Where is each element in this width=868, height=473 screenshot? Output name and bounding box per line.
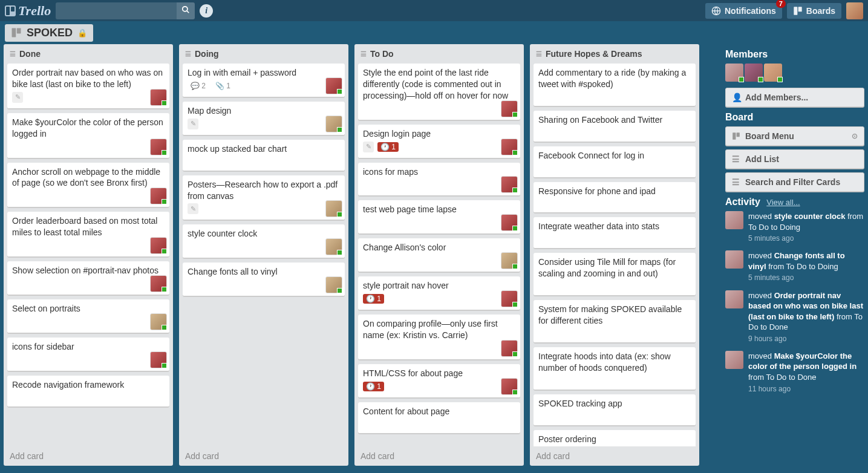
card[interactable]: icons for maps (358, 163, 520, 197)
activity-avatar[interactable] (725, 290, 743, 308)
card[interactable]: Sharing on Facebook and Twitter (534, 111, 696, 142)
card[interactable]: Design login page✎🕐 1 (358, 125, 520, 158)
svg-rect-4 (798, 7, 801, 11)
card[interactable]: Responsive for phone and ipad (534, 182, 696, 214)
attachments-badge: 📎 1 (212, 81, 233, 91)
lists-area[interactable]: ☰DoneOrder portrait nav based on who was… (4, 44, 719, 469)
card[interactable]: mock up stacked bar chart (183, 140, 345, 171)
list-cards[interactable]: Style the end point of the last ride dif… (354, 64, 524, 446)
add-list-button[interactable]: ☰ Add List (725, 149, 864, 169)
list-header[interactable]: ☰Done (4, 44, 173, 64)
card[interactable]: Consider using Tile Mill for maps (for s… (534, 253, 696, 296)
board-section-heading: Board (725, 112, 864, 123)
activity-avatar[interactable] (725, 211, 743, 229)
card-member-avatar[interactable] (501, 252, 518, 269)
card[interactable]: HTML/CSS for about page🕐 1 (358, 364, 520, 398)
card-member-avatar[interactable] (325, 238, 342, 255)
card[interactable]: Order leaderboard based on most total mi… (7, 212, 169, 257)
card[interactable]: Order portrait nav based on who was on b… (7, 64, 169, 109)
search-input[interactable] (56, 2, 177, 19)
list-cards[interactable]: Add commentary to a ride (by making a tw… (530, 64, 699, 446)
info-button[interactable]: i (200, 4, 213, 18)
card-member-avatar[interactable] (150, 139, 167, 155)
member-avatar[interactable] (764, 64, 782, 82)
card-member-avatar[interactable] (325, 77, 342, 94)
card-member-avatar[interactable] (325, 276, 342, 293)
card-member-avatar[interactable] (150, 89, 167, 106)
list-header[interactable]: ☰Doing (179, 44, 348, 64)
card-member-avatar[interactable] (150, 313, 167, 330)
card[interactable]: style portrait nav hover🕐 1 (358, 276, 520, 310)
card[interactable]: Select on portraits (7, 299, 169, 333)
card[interactable]: Anchor scroll on webpage to the middle o… (7, 163, 169, 208)
card-title: style counter clock (188, 228, 340, 240)
member-avatar[interactable] (725, 64, 743, 82)
card-member-avatar[interactable] (501, 378, 518, 395)
card[interactable]: Posters—Research how to export a .pdf fr… (183, 175, 345, 221)
card[interactable]: Add commentary to a ride (by making a tw… (534, 64, 696, 106)
card[interactable]: Change fonts all to vinyl (183, 263, 345, 296)
card-member-avatar[interactable] (501, 214, 518, 231)
add-card-button[interactable]: Add card (530, 446, 699, 466)
member-avatar[interactable] (745, 64, 763, 82)
card-member-avatar[interactable] (150, 275, 167, 292)
search-filter-button[interactable]: ☰ Search and Filter Cards (725, 172, 864, 192)
card-title: Recode navigation framework (12, 379, 165, 391)
card[interactable]: SPOKED tracking app (534, 394, 696, 426)
list-cards[interactable]: Order portrait nav based on who was on b… (4, 64, 173, 446)
card[interactable]: Recode navigation framework (7, 376, 169, 407)
list-header[interactable]: ☰Future Hopes & Dreams (530, 44, 699, 64)
card[interactable]: On comparing profile—only use first name… (358, 315, 520, 360)
card[interactable]: Poster ordering (534, 430, 696, 446)
card[interactable]: Facebook Connect for log in (534, 146, 696, 178)
card[interactable]: test web page time lapse (358, 200, 520, 234)
user-avatar[interactable] (846, 2, 863, 19)
list: ☰DoingLog in with email + password💬 2📎 1… (179, 44, 348, 466)
view-all-link[interactable]: View all... (766, 198, 800, 207)
search-button[interactable] (177, 2, 195, 19)
card-member-avatar[interactable] (325, 200, 342, 217)
trello-logo[interactable]: Trello (5, 3, 51, 19)
user-icon: 👤 (732, 93, 740, 102)
activity-item: moved Make $yourColor the color of the p… (725, 351, 864, 394)
card[interactable]: Map design✎ (183, 102, 345, 135)
card-member-avatar[interactable] (150, 237, 167, 254)
card-member-avatar[interactable] (501, 290, 518, 307)
card[interactable]: style counter clock (183, 224, 345, 258)
card-member-avatar[interactable] (325, 116, 342, 132)
card-footer (363, 419, 515, 431)
pencil-icon: ✎ (12, 92, 23, 103)
list-header[interactable]: ☰To Do (354, 44, 524, 64)
add-members-button[interactable]: 👤 Add Members... (725, 88, 864, 107)
add-card-button[interactable]: Add card (179, 446, 348, 466)
card[interactable]: icons for sidebar (7, 338, 169, 371)
card-footer (12, 316, 165, 328)
card[interactable]: Show selection on #portrait-nav photos (7, 261, 169, 295)
card-footer (538, 446, 691, 446)
card-member-avatar[interactable] (501, 340, 518, 357)
card[interactable]: Integrate hoods into data (ex: show numb… (534, 347, 696, 390)
add-card-button[interactable]: Add card (4, 446, 173, 466)
card-member-avatar[interactable] (501, 100, 518, 117)
boards-button[interactable]: Boards (787, 3, 841, 19)
activity-avatar[interactable] (725, 250, 743, 269)
card[interactable]: Log in with email + password💬 2📎 1 (183, 64, 345, 97)
card[interactable]: Make $yourColor the color of the person … (7, 113, 169, 158)
card[interactable]: System for making SPOKED available for d… (534, 300, 696, 343)
notifications-button[interactable]: Notifications 7 (705, 3, 782, 19)
card-member-avatar[interactable] (150, 188, 167, 204)
card-member-avatar[interactable] (150, 351, 167, 368)
board-menu-button[interactable]: Board Menu ⊙ (725, 126, 864, 146)
card-member-avatar[interactable] (501, 139, 518, 155)
card[interactable]: Content for about page (358, 402, 520, 434)
card-member-avatar[interactable] (501, 176, 518, 193)
card[interactable]: Change Allison's color (358, 238, 520, 272)
board-name-button[interactable]: SPOKED 🔒 (5, 24, 93, 42)
card[interactable]: Style the end point of the last ride dif… (358, 64, 520, 120)
grip-icon: ☰ (536, 50, 542, 58)
add-card-button[interactable]: Add card (354, 446, 524, 466)
activity-avatar[interactable] (725, 351, 743, 369)
list-cards[interactable]: Log in with email + password💬 2📎 1Map de… (179, 64, 348, 446)
card-footer (538, 127, 691, 139)
card[interactable]: Integrate weather data into stats (534, 217, 696, 249)
